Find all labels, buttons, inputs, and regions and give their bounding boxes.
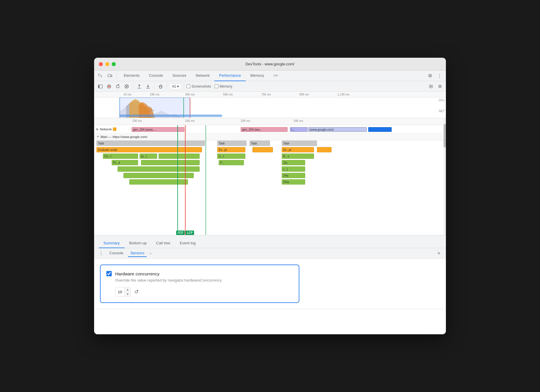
co-row: Co...t (a...) C...t R...s <box>94 153 446 160</box>
perf-sep4 <box>184 83 184 89</box>
console-toolbar: ⋮ Console Sensors × × <box>94 248 446 259</box>
overview: 19 ms 196 ms 396 ms 596 ms 796 ms 996 ms… <box>94 92 446 118</box>
vertical-scrollbar[interactable] <box>444 118 446 235</box>
bottom-tabs: Summary Bottom-up Call tree Event log <box>94 235 446 248</box>
tab-call-tree[interactable]: Call tree <box>152 238 175 248</box>
tab-sources[interactable]: Sources <box>168 71 191 81</box>
sensors-close-icon[interactable]: × <box>149 252 152 255</box>
zia-bar: Zia <box>282 160 305 165</box>
c-t-bar: C...t <box>217 154 245 159</box>
tab-summary[interactable]: Summary <box>99 238 125 248</box>
flame-scroll[interactable]: ▶ Network gen_204 (www.... gen_204 (ww..… <box>94 125 446 235</box>
net-bar-2: gen_204 (ww... <box>241 127 288 132</box>
net-bar-3: I... <box>290 127 308 132</box>
more-green-5 <box>129 179 188 185</box>
panel-close-button[interactable]: × <box>435 250 442 257</box>
net-bar-5 <box>368 127 392 132</box>
fcf-lcp-badges: FCF LCP <box>176 231 194 235</box>
net-bar-4: (www.google.com) <box>308 127 367 132</box>
sensors-tab[interactable]: Sensors <box>128 250 147 257</box>
scrollbar-thumb[interactable] <box>444 124 446 147</box>
timeline-area: 19 ms 196 ms 396 ms 596 ms 796 ms 996 ms… <box>94 92 446 334</box>
tick-196ms-d: 196 ms <box>132 119 142 122</box>
svg-rect-6 <box>108 74 111 77</box>
cpu-throttle-icon[interactable] <box>427 83 435 90</box>
perf-sep1 <box>133 83 133 89</box>
devtools-body: Elements Console Sources Network Perform… <box>94 71 446 334</box>
cursor-icon[interactable] <box>96 72 105 80</box>
misc-row3: DHa <box>94 179 446 185</box>
spinner-up-arrow[interactable]: ▲ <box>125 287 130 292</box>
network-expand-icon[interactable]: ▶ <box>96 127 99 131</box>
sensor-title-row: Hardware concurrency <box>106 271 293 276</box>
more-green-4 <box>123 173 194 178</box>
svg-rect-19 <box>430 86 432 87</box>
lcp-badge: LCP <box>185 231 194 235</box>
console-menu-icon[interactable]: ⋮ <box>98 250 105 257</box>
tick-19ms: 19 ms <box>123 93 131 96</box>
clear-icon[interactable] <box>123 83 130 90</box>
maximize-button[interactable] <box>112 62 116 66</box>
settings-icon[interactable]: ⚙ <box>426 72 434 80</box>
memory-checkbox-label[interactable]: Memory <box>215 84 232 88</box>
download-icon[interactable] <box>144 83 152 90</box>
toolbar-separator <box>116 73 117 79</box>
tab-memory[interactable]: Memory <box>246 71 269 81</box>
tick-596ms: 596 ms <box>223 93 233 96</box>
tab-bottom-up[interactable]: Bottom-up <box>125 238 152 248</box>
sidebar-toggle-icon[interactable] <box>96 83 104 90</box>
memory-checkbox[interactable] <box>215 84 218 88</box>
network-color-indicator <box>113 127 116 131</box>
tab-elements[interactable]: Elements <box>119 71 144 81</box>
ev-pt-bar-2 <box>252 147 273 152</box>
hardware-concurrency-checkbox[interactable] <box>106 271 112 276</box>
net-label: NET <box>439 110 445 113</box>
ev-pt-bar-4 <box>317 147 332 152</box>
close-button[interactable] <box>99 62 103 66</box>
tab-network[interactable]: Network <box>191 71 215 81</box>
tick-246ms-d: 246 ms <box>185 119 195 122</box>
reset-button[interactable]: ↺ <box>134 289 139 295</box>
console-panel: ⋮ Console Sensors × × Hardware concurren… <box>94 248 446 309</box>
top-toolbar: Elements Console Sources Network Perform… <box>94 71 446 81</box>
main-expand-icon[interactable]: ▼ <box>96 135 99 138</box>
cpu-label: CPU <box>439 99 445 102</box>
tab-more[interactable]: >> <box>269 71 283 81</box>
console-tab[interactable]: Console <box>107 250 126 257</box>
svg-rect-9 <box>99 85 102 88</box>
sensors-content: Hardware concurrency Override the value … <box>94 259 446 309</box>
right-toolbar: ⚙ <box>427 83 444 90</box>
more-options-icon[interactable]: ⋮ <box>435 72 444 80</box>
tick-1196ms: 1,196 ms <box>337 93 349 96</box>
responsive-icon[interactable] <box>106 72 114 80</box>
tick-396ms: 396 ms <box>185 93 195 96</box>
sensor-title: Hardware concurrency <box>115 271 159 276</box>
spinner-value: 10 <box>116 290 124 294</box>
reload-icon[interactable] <box>114 83 122 90</box>
screenshots-checkbox[interactable] <box>186 84 190 88</box>
net-bar-1: gen_204 (www.... <box>132 127 184 132</box>
misc-row: (...) <box>94 166 446 173</box>
overview-charts: CPU NET <box>94 98 446 118</box>
tab-console[interactable]: Console <box>144 71 168 81</box>
record-icon[interactable] <box>105 83 113 90</box>
details-area: 196 ms 246 ms 296 ms 346 ms ▶ Network <box>94 118 446 235</box>
session-selector[interactable]: #1 ▾ <box>169 83 181 89</box>
upload-icon[interactable] <box>135 83 143 90</box>
tab-event-log[interactable]: Event log <box>175 238 200 248</box>
perf-settings-icon[interactable]: ⚙ <box>436 83 444 90</box>
fcf-badge: FCF <box>176 231 185 235</box>
pr-d-bar: Pr...d <box>112 160 138 165</box>
minimize-button[interactable] <box>105 62 109 66</box>
home-icon[interactable] <box>157 83 164 90</box>
perf-sep3 <box>167 83 167 89</box>
perf-sep2 <box>154 83 154 89</box>
svg-rect-5 <box>101 77 102 77</box>
chevron-down-icon: ▾ <box>177 84 179 88</box>
screenshots-checkbox-label[interactable]: Screenshots <box>186 84 211 88</box>
svg-rect-1 <box>99 74 99 76</box>
misc-row2: zHa <box>94 173 446 179</box>
evaluate-script-bar: Evaluate script <box>96 147 202 152</box>
tab-performance[interactable]: Performance <box>214 71 245 81</box>
spinner-down-arrow[interactable]: ▼ <box>125 292 130 296</box>
